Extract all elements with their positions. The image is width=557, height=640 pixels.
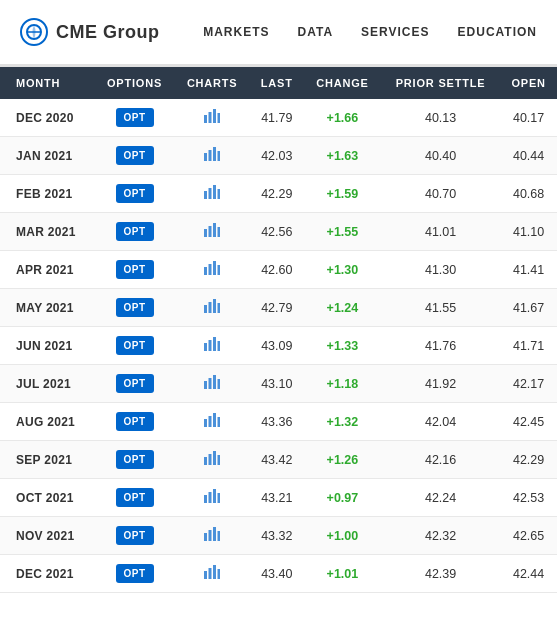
cell-charts[interactable] bbox=[175, 441, 250, 479]
cell-options[interactable]: OPT bbox=[94, 213, 174, 251]
bar-chart-icon[interactable] bbox=[204, 338, 220, 354]
cell-charts[interactable] bbox=[175, 555, 250, 593]
bar-chart-icon[interactable] bbox=[204, 186, 220, 202]
logo-text: CME Group bbox=[56, 22, 160, 43]
cell-options[interactable]: OPT bbox=[94, 555, 174, 593]
logo-icon bbox=[20, 18, 48, 46]
table-row: AUG 2021OPT 43.36+1.3242.0442.45 bbox=[0, 403, 557, 441]
bar-chart-icon[interactable] bbox=[204, 110, 220, 126]
table-row: JUL 2021OPT 43.10+1.1841.9242.17 bbox=[0, 365, 557, 403]
opt-button[interactable]: OPT bbox=[116, 526, 154, 545]
opt-button[interactable]: OPT bbox=[116, 108, 154, 127]
opt-button[interactable]: OPT bbox=[116, 564, 154, 583]
svg-rect-50 bbox=[204, 571, 207, 579]
svg-rect-9 bbox=[218, 151, 221, 161]
cell-open: 41.41 bbox=[500, 251, 557, 289]
col-open: OPEN bbox=[500, 67, 557, 99]
cell-charts[interactable] bbox=[175, 289, 250, 327]
cell-charts[interactable] bbox=[175, 213, 250, 251]
cell-last: 43.09 bbox=[250, 327, 304, 365]
cell-options[interactable]: OPT bbox=[94, 99, 174, 137]
cell-charts[interactable] bbox=[175, 517, 250, 555]
cell-options[interactable]: OPT bbox=[94, 175, 174, 213]
col-charts: CHARTS bbox=[175, 67, 250, 99]
cell-last: 42.79 bbox=[250, 289, 304, 327]
cell-options[interactable]: OPT bbox=[94, 479, 174, 517]
cell-change: +1.32 bbox=[304, 403, 381, 441]
cell-charts[interactable] bbox=[175, 251, 250, 289]
cell-change: +1.33 bbox=[304, 327, 381, 365]
table-row: JAN 2021OPT 42.03+1.6340.4040.44 bbox=[0, 137, 557, 175]
opt-button[interactable]: OPT bbox=[116, 222, 154, 241]
svg-rect-27 bbox=[209, 340, 212, 351]
opt-button[interactable]: OPT bbox=[116, 374, 154, 393]
svg-rect-44 bbox=[213, 489, 216, 503]
cell-options[interactable]: OPT bbox=[94, 441, 174, 479]
bar-chart-icon[interactable] bbox=[204, 300, 220, 316]
cell-options[interactable]: OPT bbox=[94, 517, 174, 555]
svg-rect-23 bbox=[209, 302, 212, 313]
opt-button[interactable]: OPT bbox=[116, 336, 154, 355]
cell-charts[interactable] bbox=[175, 175, 250, 213]
cell-change: +1.63 bbox=[304, 137, 381, 175]
cell-change: +1.55 bbox=[304, 213, 381, 251]
cell-options[interactable]: OPT bbox=[94, 137, 174, 175]
cell-month: JUL 2021 bbox=[0, 365, 94, 403]
opt-button[interactable]: OPT bbox=[116, 412, 154, 431]
cell-charts[interactable] bbox=[175, 99, 250, 137]
cell-month: MAY 2021 bbox=[0, 289, 94, 327]
cell-options[interactable]: OPT bbox=[94, 327, 174, 365]
cell-options[interactable]: OPT bbox=[94, 365, 174, 403]
cell-change: +1.24 bbox=[304, 289, 381, 327]
bar-chart-icon[interactable] bbox=[204, 376, 220, 392]
cell-options[interactable]: OPT bbox=[94, 403, 174, 441]
cell-change: +1.30 bbox=[304, 251, 381, 289]
opt-button[interactable]: OPT bbox=[116, 260, 154, 279]
cell-open: 40.44 bbox=[500, 137, 557, 175]
opt-button[interactable]: OPT bbox=[116, 450, 154, 469]
cell-charts[interactable] bbox=[175, 403, 250, 441]
bar-chart-icon[interactable] bbox=[204, 566, 220, 582]
svg-rect-22 bbox=[204, 305, 207, 313]
svg-rect-20 bbox=[213, 261, 216, 275]
bar-chart-icon[interactable] bbox=[204, 452, 220, 468]
bar-chart-icon[interactable] bbox=[204, 148, 220, 164]
svg-rect-26 bbox=[204, 343, 207, 351]
cell-charts[interactable] bbox=[175, 137, 250, 175]
svg-rect-8 bbox=[213, 147, 216, 161]
svg-rect-19 bbox=[209, 264, 212, 275]
svg-rect-21 bbox=[218, 265, 221, 275]
cell-open: 41.10 bbox=[500, 213, 557, 251]
cell-charts[interactable] bbox=[175, 479, 250, 517]
nav-markets[interactable]: MARKETS bbox=[203, 25, 269, 39]
cell-prior-settle: 40.13 bbox=[381, 99, 500, 137]
table-row: OCT 2021OPT 43.21+0.9742.2442.53 bbox=[0, 479, 557, 517]
bar-chart-icon[interactable] bbox=[204, 262, 220, 278]
cell-charts[interactable] bbox=[175, 327, 250, 365]
svg-rect-35 bbox=[209, 416, 212, 427]
bar-chart-icon[interactable] bbox=[204, 490, 220, 506]
cell-charts[interactable] bbox=[175, 365, 250, 403]
opt-button[interactable]: OPT bbox=[116, 488, 154, 507]
cell-open: 42.45 bbox=[500, 403, 557, 441]
cell-open: 42.17 bbox=[500, 365, 557, 403]
svg-rect-34 bbox=[204, 419, 207, 427]
opt-button[interactable]: OPT bbox=[116, 146, 154, 165]
cell-options[interactable]: OPT bbox=[94, 251, 174, 289]
nav-services[interactable]: SERVICES bbox=[361, 25, 429, 39]
cell-options[interactable]: OPT bbox=[94, 289, 174, 327]
svg-rect-14 bbox=[204, 229, 207, 237]
bar-chart-icon[interactable] bbox=[204, 414, 220, 430]
cell-prior-settle: 41.76 bbox=[381, 327, 500, 365]
opt-button[interactable]: OPT bbox=[116, 184, 154, 203]
cell-prior-settle: 41.55 bbox=[381, 289, 500, 327]
nav-education[interactable]: EDUCATION bbox=[458, 25, 537, 39]
bar-chart-icon[interactable] bbox=[204, 224, 220, 240]
opt-button[interactable]: OPT bbox=[116, 298, 154, 317]
nav-data[interactable]: DATA bbox=[298, 25, 334, 39]
bar-chart-icon[interactable] bbox=[204, 528, 220, 544]
svg-rect-30 bbox=[204, 381, 207, 389]
svg-rect-51 bbox=[209, 568, 212, 579]
cell-change: +0.97 bbox=[304, 479, 381, 517]
col-prior-settle: PRIOR SETTLE bbox=[381, 67, 500, 99]
